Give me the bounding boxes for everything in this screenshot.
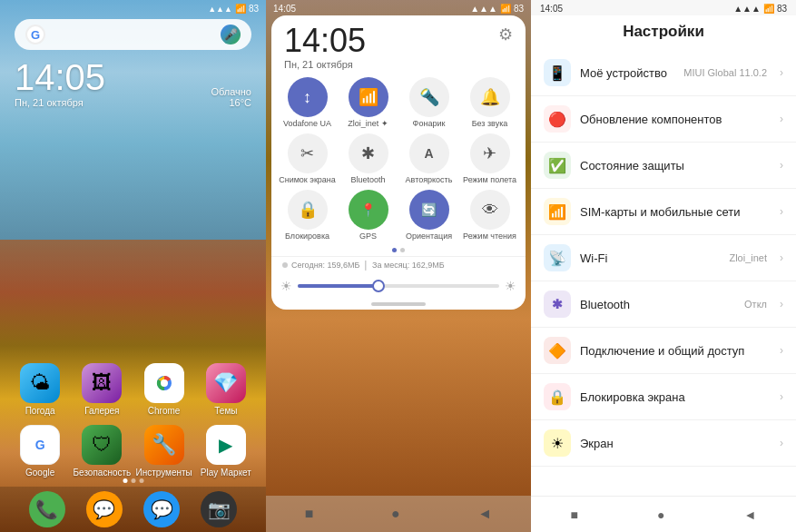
app-chrome-label: Chrome [148, 406, 181, 416]
connection-text: Подключение и общий доступ [580, 342, 771, 359]
dot-1 [123, 478, 127, 483]
dot-2 [131, 478, 135, 483]
tile-wifi-label: Zloi_inet ✦ [348, 119, 388, 128]
dock-chat[interactable]: 💬 [143, 491, 180, 527]
tile-autobright[interactable]: A Автояркость [400, 133, 457, 184]
tile-orientation[interactable]: 🔄 Ориентация [400, 190, 457, 241]
sim-chevron: › [780, 205, 783, 218]
display-label: Экран [580, 437, 614, 450]
settings-item-display[interactable]: ☀ Экран › [531, 420, 796, 467]
qs-dot-2 [400, 248, 405, 252]
notifications-panel: 14:05 ▲▲▲ 📶 83 14:05 Пн, 21 октября ⚙ ↕ … [266, 0, 531, 532]
tile-network-icon: ↕ [288, 77, 328, 117]
sim-text: SIM-карты и мобильные сети [580, 203, 771, 220]
settings-item-sim[interactable]: 📶 SIM-карты и мобильные сети › [531, 189, 796, 235]
brightness-control[interactable]: ☀ ☀ [271, 273, 526, 299]
dock-messages[interactable]: 💬 [86, 491, 123, 527]
app-chrome[interactable]: Chrome [138, 363, 191, 416]
app-weather-icon: 🌤 [20, 363, 60, 403]
notif-time: 14:05 [284, 25, 366, 57]
settings-item-device[interactable]: 📱 Моё устройство MIUI Global 11.0.2 › [531, 50, 796, 96]
settings-item-wifi[interactable]: 📡 Wi-Fi Zloi_inet › [531, 235, 796, 281]
device-label: Моё устройство [580, 66, 667, 80]
lockscreen-label: Блокировка экрана [580, 390, 685, 404]
google-search-bar[interactable]: G 🎤 [15, 19, 251, 50]
wifi-value: Zloi_inet [729, 252, 767, 263]
tile-network[interactable]: ↕ Vodafone UA [279, 77, 336, 128]
dot-3 [139, 478, 143, 483]
display-icon-wrap: ☀ [544, 429, 571, 457]
brightness-fill [298, 284, 378, 288]
connection-chevron: › [780, 344, 783, 357]
settings-bottom-nav: ■ ● ◄ [531, 496, 796, 532]
settings-item-protection[interactable]: ✅ Состояние защиты › [531, 143, 796, 189]
nav-home-btn[interactable]: ● [391, 506, 400, 522]
app-row-2: G Google 🛡 Безопасность 🔧 Инструменты ▶ … [9, 425, 257, 478]
tile-airplane[interactable]: ✈ Режим полета [461, 133, 518, 184]
quick-tiles-row2: ✂ Снимок экрана ✱ Bluetooth A Автояркост… [271, 132, 526, 188]
display-chevron: › [780, 437, 783, 449]
tile-silent[interactable]: 🔔 Без звука [461, 77, 518, 128]
settings-item-bluetooth[interactable]: ✱ Bluetooth Откл › [531, 281, 796, 328]
app-google[interactable]: G Google [14, 425, 66, 478]
protection-chevron: › [780, 159, 783, 172]
app-tools-icon: 🔧 [144, 425, 184, 465]
dock-camera[interactable]: 📷 [201, 491, 237, 527]
settings-item-updates[interactable]: 🔴 Обновление компонентов › [531, 96, 796, 143]
bluetooth-chevron: › [780, 298, 783, 310]
app-gallery[interactable]: 🖼 Галерея [75, 363, 128, 416]
app-play[interactable]: ▶ Play Маркет [200, 425, 252, 478]
settings-item-connection[interactable]: 🔶 Подключение и общий доступ › [531, 328, 796, 374]
tile-wifi[interactable]: 📶 Zloi_inet ✦ [339, 77, 397, 128]
updates-icon-wrap: 🔴 [544, 105, 571, 133]
google-logo: G [25, 25, 45, 44]
updates-chevron: › [780, 113, 783, 125]
tile-flashlight[interactable]: 🔦 Фонарик [400, 77, 457, 128]
quick-settings-panel: 14:05 Пн, 21 октября ⚙ ↕ Vodafone UA 📶 Z… [271, 15, 526, 310]
tile-reading[interactable]: 👁 Режим чтения [461, 190, 518, 241]
bluetooth-value: Откл [744, 299, 767, 310]
tile-lock-qs[interactable]: 🔒 Блокировка [279, 190, 336, 241]
display-text: Экран [580, 435, 771, 451]
wifi-chevron: › [780, 251, 783, 264]
settings-list: 📱 Моё устройство MIUI Global 11.0.2 › 🔴 … [531, 50, 796, 496]
tile-airplane-label: Режим полета [463, 175, 516, 184]
app-play-label: Play Маркет [201, 468, 251, 478]
notif-header: 14:05 Пн, 21 октября ⚙ [271, 15, 526, 74]
device-chevron: › [780, 66, 783, 79]
app-security[interactable]: 🛡 Безопасность [75, 425, 128, 478]
lockscreen-text: Блокировка экрана [580, 389, 771, 405]
bluetooth-icon-wrap: ✱ [544, 291, 571, 318]
settings-item-lockscreen[interactable]: 🔒 Блокировка экрана › [531, 374, 796, 420]
quick-tiles-row3: 🔒 Блокировка 📍 GPS 🔄 Ориентация 👁 Режим … [271, 188, 526, 244]
tile-gps[interactable]: 📍 GPS [339, 190, 397, 241]
voice-search-icon[interactable]: 🎤 [221, 25, 241, 44]
app-themes-icon: 💎 [206, 363, 246, 403]
settings-status-time: 14:05 [540, 4, 563, 14]
app-tools-label: Инструменты [135, 468, 192, 478]
tile-screenshot[interactable]: ✂ Снимок экрана [279, 133, 336, 184]
app-themes[interactable]: 💎 Темы [200, 363, 252, 416]
nav-recents-btn[interactable]: ■ [305, 506, 314, 522]
brightness-slider[interactable] [298, 284, 499, 288]
settings-nav-recents[interactable]: ■ [571, 507, 578, 522]
notif-settings-gear[interactable]: ⚙ [498, 25, 513, 44]
device-value: MIUI Global 11.0.2 [683, 67, 767, 78]
tile-flashlight-icon: 🔦 [409, 77, 449, 117]
nav-back-btn[interactable]: ◄ [477, 506, 492, 522]
dock-phone[interactable]: 📞 [29, 491, 65, 527]
weather-widget[interactable]: Облачно 16°C [211, 86, 251, 108]
settings-nav-home[interactable]: ● [657, 507, 664, 522]
app-weather-label: Погода [25, 406, 55, 416]
settings-nav-back[interactable]: ◄ [744, 507, 757, 522]
tile-bluetooth-qs[interactable]: ✱ Bluetooth [339, 133, 397, 184]
wifi-label: Wi-Fi [580, 251, 607, 265]
app-weather[interactable]: 🌤 Погода [14, 363, 66, 416]
notif-wifi-icon: 📶 [500, 4, 511, 14]
notif-status-time: 14:05 [273, 4, 296, 14]
tile-silent-label: Без звука [472, 119, 508, 128]
tile-lock-label: Блокировка [285, 232, 329, 241]
app-tools[interactable]: 🔧 Инструменты [138, 425, 191, 478]
app-play-icon: ▶ [206, 425, 246, 465]
usage-separator: │ [363, 261, 369, 270]
